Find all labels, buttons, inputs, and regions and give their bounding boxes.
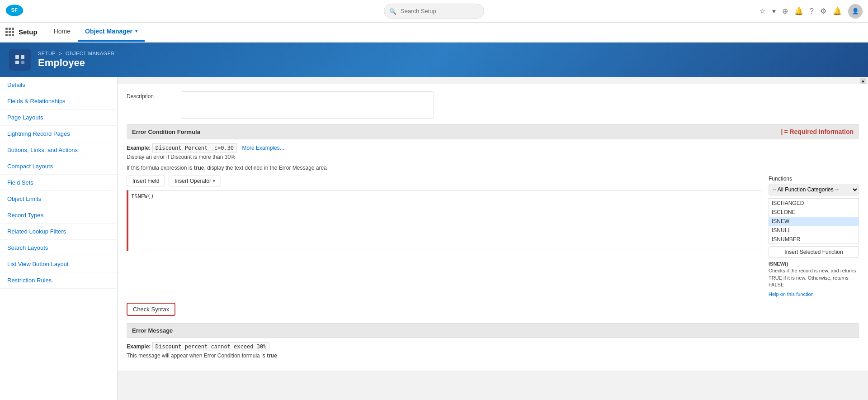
hint1-text: Display an error if Discount is more tha… — [127, 154, 859, 160]
formula-textarea[interactable]: ISNEW() — [128, 190, 761, 249]
description-field: Description — [127, 91, 859, 119]
page-title: Employee — [38, 57, 115, 69]
search-icon: 🔍 — [389, 8, 396, 14]
functions-category-select[interactable]: -- All Function Categories -- — [769, 184, 859, 195]
svg-text:SF: SF — [11, 7, 18, 13]
content-card: Description Error Condition Formula | = … — [118, 84, 868, 371]
description-label: Description — [127, 91, 181, 100]
svg-rect-5 — [21, 61, 24, 64]
header-text: SETUP > OBJECT MANAGER Employee — [38, 51, 115, 69]
tab-bar: Setup Home Object Manager ▾ — [0, 23, 868, 43]
svg-rect-4 — [15, 61, 19, 64]
tab-home[interactable]: Home — [47, 22, 78, 42]
hint2-text: If this formula expression is true, disp… — [127, 165, 859, 171]
scroll-up-button[interactable]: ▲ — [860, 78, 866, 84]
operator-caret: ▾ — [213, 179, 215, 183]
required-marker: | — [781, 128, 783, 135]
error-message-example-label: Example: — [127, 343, 151, 350]
breadcrumb: SETUP > OBJECT MANAGER — [38, 51, 115, 56]
error-message-title: Error Message — [132, 327, 173, 334]
breadcrumb-setup[interactable]: SETUP — [38, 51, 56, 56]
sidebar-item-list-view-button[interactable]: List View Button Layout — [0, 256, 117, 272]
sidebar-item-search-layouts[interactable]: Search Layouts — [0, 240, 117, 256]
bell-icon[interactable]: 🔔 — [794, 7, 803, 15]
sidebar-item-related-lookup[interactable]: Related Lookup Filters — [0, 224, 117, 240]
formula-left: Insert Field Insert Operator ▾ ISNEW() — [127, 176, 761, 297]
sidebar-item-details[interactable]: Details — [0, 77, 117, 93]
tab-caret: ▾ — [135, 29, 137, 33]
content-area: ▲ Description Error Condition Formula | … — [118, 77, 868, 400]
function-description: ISNEW() Checks if the record is new, and… — [769, 261, 859, 289]
formula-editor-row: Insert Field Insert Operator ▾ ISNEW() F… — [127, 176, 859, 297]
nav-search-container: 🔍 — [384, 4, 484, 19]
breadcrumb-separator: > — [59, 51, 62, 56]
formula-textarea-wrapper: ISNEW() — [127, 190, 761, 251]
insert-selected-function-button[interactable]: Insert Selected Function — [769, 246, 859, 258]
waffle-icon[interactable] — [5, 28, 14, 36]
error-condition-title: Error Condition Formula — [132, 129, 200, 135]
app-name: Setup — [5, 22, 38, 42]
app-title: Setup — [19, 28, 38, 36]
sidebar-item-buttons[interactable]: Buttons, Links, and Actions — [0, 142, 117, 158]
help-link[interactable]: Help on this function — [769, 291, 814, 297]
function-item-isnumber[interactable]: ISNUMBER — [769, 235, 859, 243]
tab-object-manager[interactable]: Object Manager ▾ — [78, 22, 145, 42]
error-message-example-row: Example: Discount percent cannot exceed … — [127, 343, 859, 350]
search-input[interactable] — [384, 4, 484, 19]
function-item-isclone[interactable]: ISCLONE — [769, 208, 859, 217]
more-examples-link[interactable]: More Examples... — [242, 145, 284, 151]
gear-icon[interactable]: ⚙ — [820, 7, 826, 15]
error-condition-header: Error Condition Formula | = Required Inf… — [127, 124, 859, 139]
error-message-example-code: Discount percent cannot exceed 30% — [152, 342, 270, 351]
plus-icon[interactable]: ⊕ — [782, 7, 788, 15]
functions-list: ISCHANGED ISCLONE ISNEW ISNULL ISNUMBER … — [769, 198, 859, 243]
sidebar-item-record-types[interactable]: Record Types — [0, 207, 117, 224]
header-strip: SETUP > OBJECT MANAGER Employee — [0, 43, 868, 77]
description-textarea[interactable] — [181, 91, 434, 119]
avatar[interactable]: 👤 — [848, 4, 863, 19]
example-code: Discount_Percent__c>0.30 — [152, 143, 237, 152]
breadcrumb-object-manager[interactable]: OBJECT MANAGER — [66, 51, 115, 56]
sidebar-item-page-layouts[interactable]: Page Layouts — [0, 110, 117, 126]
main-layout: Details Fields & Relationships Page Layo… — [0, 77, 868, 400]
star-dropdown-icon[interactable]: ▾ — [772, 7, 776, 15]
sidebar-item-field-sets[interactable]: Field Sets — [0, 175, 117, 191]
sidebar-item-compact-layouts[interactable]: Compact Layouts — [0, 158, 117, 175]
salesforce-logo[interactable]: SF — [5, 1, 29, 21]
sidebar-item-lightning-pages[interactable]: Lightning Record Pages — [0, 126, 117, 142]
example-row: Example: Discount_Percent__c>0.30 More E… — [127, 145, 859, 151]
object-icon — [9, 49, 31, 71]
sidebar: Details Fields & Relationships Page Layo… — [0, 77, 118, 400]
sidebar-item-object-limits[interactable]: Object Limits — [0, 191, 117, 207]
function-item-ischanged[interactable]: ISCHANGED — [769, 199, 859, 208]
example-label: Example: — [127, 145, 151, 151]
error-message-hint: This message will appear when Error Cond… — [127, 352, 859, 359]
function-item-isnull[interactable]: ISNULL — [769, 226, 859, 235]
functions-label: Functions — [769, 176, 859, 182]
required-info: | = Required Information — [781, 128, 854, 135]
sidebar-item-fields[interactable]: Fields & Relationships — [0, 93, 117, 110]
insert-operator-button[interactable]: Insert Operator ▾ — [169, 176, 221, 186]
error-message-section: Example: Discount percent cannot exceed … — [127, 343, 859, 359]
top-nav: SF 🔍 ☆ ▾ ⊕ 🔔 ? ⚙ 🔔 👤 — [0, 0, 868, 23]
question-icon[interactable]: ? — [810, 7, 814, 15]
function-item-isnew[interactable]: ISNEW — [769, 217, 859, 226]
notification-icon[interactable]: 🔔 — [833, 7, 842, 15]
nav-icons: ☆ ▾ ⊕ 🔔 ? ⚙ 🔔 👤 — [760, 4, 863, 19]
functions-panel: Functions -- All Function Categories -- … — [769, 176, 859, 297]
insert-field-button[interactable]: Insert Field — [127, 176, 165, 186]
star-icon[interactable]: ☆ — [760, 7, 766, 15]
formula-buttons: Insert Field Insert Operator ▾ — [127, 176, 761, 186]
sidebar-item-restriction-rules[interactable]: Restriction Rules — [0, 272, 117, 289]
svg-rect-2 — [15, 55, 19, 59]
check-syntax-button[interactable]: Check Syntax — [127, 303, 175, 316]
svg-rect-3 — [21, 55, 24, 59]
error-message-header: Error Message — [127, 323, 859, 338]
